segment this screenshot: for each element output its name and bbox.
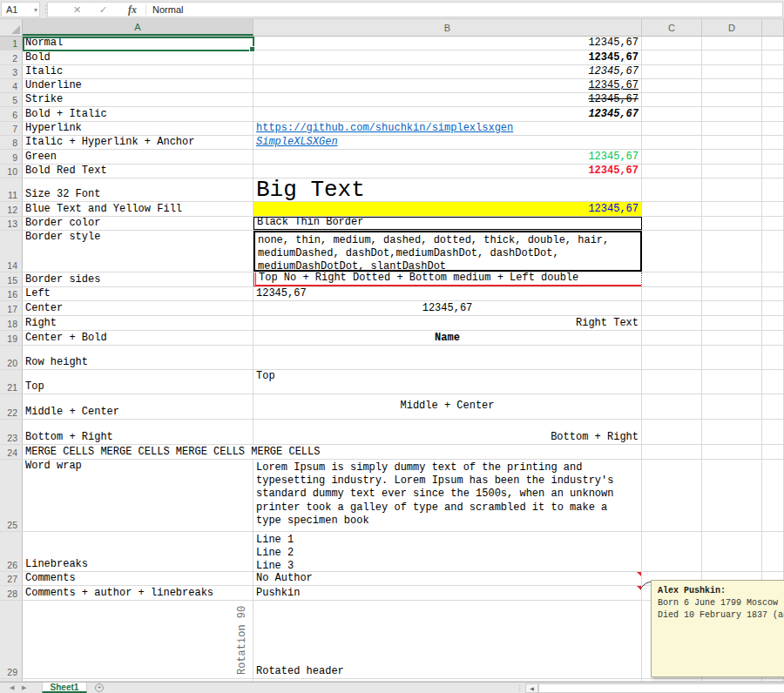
cell-B15[interactable]: Top No + Right Dotted + Bottom medium + …: [253, 272, 642, 286]
cell-E2[interactable]: [762, 50, 784, 64]
cell-D20[interactable]: [702, 346, 762, 369]
cell-C7[interactable]: [642, 122, 702, 135]
row-header-13[interactable]: 13: [0, 217, 23, 230]
cell-B8[interactable]: SimpleXLSXGen: [253, 136, 642, 149]
cell-B18[interactable]: Right Text: [253, 316, 642, 330]
cell-A8[interactable]: Italic + Hyperlink + Anchor: [23, 136, 253, 149]
cell-E6[interactable]: [762, 107, 784, 120]
cell-C5[interactable]: [642, 93, 702, 106]
cell-B5[interactable]: 12345,67: [253, 93, 642, 106]
cell-B17[interactable]: 12345,67: [253, 301, 642, 315]
cell-D21[interactable]: [702, 370, 762, 394]
cell-C1[interactable]: [642, 37, 702, 50]
cell-D23[interactable]: [702, 420, 762, 444]
cell-C23[interactable]: [642, 420, 702, 444]
cell-B27[interactable]: No Author: [253, 572, 642, 585]
cell-E1[interactable]: [762, 37, 784, 50]
cell-A28[interactable]: Comments + author + linebreaks: [23, 586, 253, 600]
cell-B1[interactable]: 12345,67: [253, 37, 642, 50]
cell-E15[interactable]: [762, 272, 784, 286]
row-header-5[interactable]: 5: [0, 93, 23, 106]
cell-E25[interactable]: [762, 460, 784, 531]
scroll-left-button[interactable]: ◀: [525, 683, 538, 693]
column-header-D[interactable]: D: [702, 19, 762, 36]
cell-A4[interactable]: Underline: [23, 79, 253, 92]
cell-D6[interactable]: [702, 107, 762, 120]
cell-A12[interactable]: Blue Text and Yellow Fill: [23, 202, 253, 216]
cell-A21[interactable]: Top: [23, 370, 253, 394]
add-sheet-button[interactable]: +: [95, 683, 104, 692]
cell-B26[interactable]: Line 1 Line 2 Line 3: [253, 532, 642, 571]
cell-D16[interactable]: [702, 287, 762, 300]
formula-bar[interactable]: ✕ ✓ fx Normal: [47, 2, 783, 17]
cell-E9[interactable]: [762, 150, 784, 163]
cell-C17[interactable]: [642, 301, 702, 315]
cell-D24[interactable]: [702, 445, 762, 459]
cell-D25[interactable]: [702, 460, 762, 531]
cell-C8[interactable]: [642, 136, 702, 149]
cell-A11[interactable]: Size 32 Font: [23, 178, 253, 201]
cell-C14[interactable]: [642, 231, 702, 272]
cell-A7[interactable]: Hyperlink: [23, 122, 253, 135]
row-header-8[interactable]: 8: [0, 136, 23, 149]
cell-A25[interactable]: Word wrap: [23, 460, 253, 531]
prev-sheet-icon[interactable]: ◀: [10, 684, 14, 691]
cell-A22[interactable]: Middle + Center: [23, 394, 253, 419]
cell-A14[interactable]: Border style: [23, 231, 253, 272]
row-header-9[interactable]: 9: [0, 150, 23, 163]
cell-B22[interactable]: Middle + Center: [253, 394, 642, 419]
cell-B3[interactable]: 12345,67: [253, 65, 642, 78]
row-header-17[interactable]: 17: [0, 301, 23, 315]
cell-A5[interactable]: Strike: [23, 93, 253, 106]
row-header-1[interactable]: 1: [0, 37, 23, 50]
cell-D5[interactable]: [702, 93, 762, 106]
insert-function-icon[interactable]: fx: [128, 3, 137, 17]
cell-C3[interactable]: [642, 65, 702, 78]
cell-E18[interactable]: [762, 316, 784, 330]
column-header-A[interactable]: A: [23, 19, 253, 36]
cell-E13[interactable]: [762, 217, 784, 230]
column-header-B[interactable]: B: [253, 19, 642, 36]
cell-A26[interactable]: Linebreaks: [23, 532, 253, 571]
cell-D11[interactable]: [702, 178, 762, 201]
cell-B2[interactable]: 12345,67: [253, 50, 642, 64]
cell-B16[interactable]: 12345,67: [253, 287, 642, 300]
cell-E21[interactable]: [762, 370, 784, 394]
column-header-C[interactable]: C: [642, 19, 702, 36]
enter-icon[interactable]: ✓: [99, 3, 107, 17]
cell-D13[interactable]: [702, 217, 762, 230]
cell-C6[interactable]: [642, 107, 702, 120]
row-header-11[interactable]: 11: [0, 178, 23, 201]
row-header-20[interactable]: 20: [0, 346, 23, 369]
cell-B11[interactable]: Big Text: [253, 178, 642, 201]
cell-C21[interactable]: [642, 370, 702, 394]
cell-A15[interactable]: Border sides: [23, 272, 253, 286]
cell-D10[interactable]: [702, 165, 762, 178]
cell-A1[interactable]: Normal: [23, 37, 253, 50]
row-header-21[interactable]: 21: [0, 370, 23, 394]
cell-E19[interactable]: [762, 331, 784, 345]
cell-B7[interactable]: https://github.com/shuchkin/simplexlsxge…: [253, 122, 642, 135]
cell-E12[interactable]: [762, 202, 784, 216]
cell-C4[interactable]: [642, 79, 702, 92]
cell-D12[interactable]: [702, 202, 762, 216]
cell-C19[interactable]: [642, 331, 702, 345]
cell-A9[interactable]: Green: [23, 150, 253, 163]
cell-A23[interactable]: Bottom + Right: [23, 420, 253, 444]
cell-B25[interactable]: Lorem Ipsum is simply dummy text of the …: [253, 460, 642, 531]
cell-D14[interactable]: [702, 231, 762, 272]
cell-E26[interactable]: [762, 532, 784, 571]
horizontal-scrollbar[interactable]: [538, 683, 784, 693]
cell-E30[interactable]: [762, 679, 784, 681]
cell-A30[interactable]: [23, 679, 253, 681]
cell-E14[interactable]: [762, 231, 784, 272]
cell-E10[interactable]: [762, 165, 784, 178]
cell-E3[interactable]: [762, 65, 784, 78]
cell-A2[interactable]: Bold: [23, 50, 253, 64]
row-header-16[interactable]: 16: [0, 287, 23, 300]
cell-C22[interactable]: [642, 394, 702, 419]
cell-D1[interactable]: [702, 37, 762, 50]
cell-A18[interactable]: Right: [23, 316, 253, 330]
cell-A19[interactable]: Center + Bold: [23, 331, 253, 345]
cell-D18[interactable]: [702, 316, 762, 330]
